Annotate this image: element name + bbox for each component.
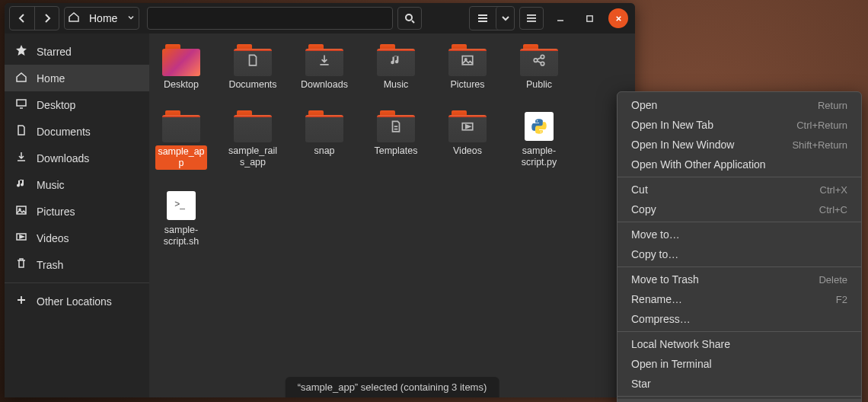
svg-rect-3	[478, 21, 487, 22]
svg-rect-5	[527, 18, 536, 19]
context-menu-item[interactable]: CutCtrl+X	[617, 180, 861, 199]
context-menu-label: Open in Terminal	[631, 358, 712, 370]
context-menu-label: Star	[631, 378, 651, 390]
sidebar-item-label: Starred	[37, 46, 72, 58]
context-menu-item[interactable]: Open in Terminal	[617, 354, 861, 374]
context-menu: OpenReturnOpen In New TabCtrl+ReturnOpen…	[617, 91, 862, 402]
file-label: Documents	[228, 79, 276, 91]
context-menu-shortcut: Shift+Return	[792, 139, 847, 151]
address-bar[interactable]	[147, 7, 393, 30]
desktop-icon	[15, 97, 27, 112]
context-menu-item[interactable]: OpenReturn	[617, 95, 861, 115]
sidebar-item-desktop[interactable]: Desktop	[5, 91, 149, 118]
close-button[interactable]	[608, 8, 628, 28]
file-label: Videos	[453, 145, 482, 157]
context-menu-item[interactable]: Star	[617, 374, 861, 394]
context-menu-shortcut: Ctrl+X	[820, 184, 847, 196]
content-area[interactable]: DesktopDocumentsDownloadsMusicPicturesPu…	[149, 34, 635, 397]
view-dropdown-button[interactable]	[496, 7, 514, 30]
context-menu-item[interactable]: PropertiesCtrl+I	[617, 399, 861, 402]
list-view-button[interactable]	[470, 7, 496, 30]
file-item[interactable]: Music	[370, 44, 422, 91]
sidebar-item-label: Trash	[37, 259, 63, 271]
hamburger-menu-button[interactable]	[519, 7, 544, 30]
sidebar-item-pictures[interactable]: Pictures	[5, 198, 149, 225]
context-menu-item[interactable]: Copy to…	[617, 244, 861, 264]
file-item[interactable]: sample_app	[155, 110, 207, 170]
icon-grid: DesktopDocumentsDownloadsMusicPicturesPu…	[149, 34, 635, 258]
file-item[interactable]: sample_rails_app	[227, 110, 279, 170]
file-label: Music	[384, 79, 409, 91]
context-menu-item[interactable]: Open In New TabCtrl+Return	[617, 115, 861, 135]
file-item[interactable]: Public	[513, 44, 565, 91]
chevron-down-icon[interactable]	[126, 11, 136, 25]
nav-group	[9, 6, 59, 30]
view-toggle	[469, 6, 515, 30]
sidebar-item-documents[interactable]: Documents	[5, 118, 149, 145]
context-menu-shortcut: Ctrl+Return	[796, 120, 847, 131]
trash-icon	[15, 257, 27, 272]
sidebar-item-trash[interactable]: Trash	[5, 251, 149, 278]
file-item[interactable]: Desktop	[155, 44, 207, 91]
star-icon	[15, 44, 27, 59]
sidebar-item-label: Desktop	[37, 99, 75, 111]
music-icon	[389, 53, 403, 70]
path-bar[interactable]: Home	[64, 7, 139, 30]
file-item[interactable]: sample-script.py	[513, 110, 565, 170]
document-icon	[15, 124, 27, 139]
context-menu-shortcut: Delete	[819, 274, 847, 286]
svg-rect-8	[17, 100, 26, 106]
context-menu-item[interactable]: CopyCtrl+C	[617, 199, 861, 219]
sidebar-item-other-locations[interactable]: Other Locations	[5, 288, 149, 314]
svg-point-16	[541, 62, 544, 65]
file-label: Templates	[375, 145, 418, 157]
path-label: Home	[85, 12, 122, 24]
file-item[interactable]: Pictures	[442, 44, 493, 91]
svg-point-15	[534, 59, 538, 62]
video-icon	[461, 120, 474, 136]
sidebar-item-videos[interactable]: Videos	[5, 225, 149, 251]
svg-rect-12	[462, 56, 473, 65]
folder-icon	[162, 44, 200, 76]
sidebar-item-downloads[interactable]: Downloads	[5, 145, 149, 171]
file-item[interactable]: Templates	[370, 110, 422, 170]
context-menu-item[interactable]: Compress…	[617, 309, 861, 329]
context-menu-item[interactable]: Rename…F2	[617, 289, 861, 309]
sidebar-item-starred[interactable]: Starred	[5, 38, 149, 65]
download-icon	[318, 53, 331, 70]
sidebar-item-music[interactable]: Music	[5, 171, 149, 198]
home-icon	[68, 11, 80, 26]
sidebar-item-home[interactable]: Home	[5, 65, 149, 91]
svg-point-0	[406, 14, 412, 21]
sidebar: StarredHomeDesktopDocumentsDownloadsMusi…	[5, 34, 149, 397]
video-icon	[15, 231, 27, 245]
shell-file-icon: >_	[167, 191, 196, 220]
context-menu-item[interactable]: Open In New WindowShift+Return	[617, 135, 861, 155]
file-item[interactable]: >_sample-script.sh	[155, 190, 207, 247]
back-button[interactable]	[10, 7, 34, 30]
context-menu-item[interactable]: Move to TrashDelete	[617, 270, 861, 289]
svg-rect-4	[527, 14, 536, 16]
file-item[interactable]: Documents	[227, 44, 279, 91]
file-manager-window: Home StarredHomeDesktopDocumentsDownload…	[5, 3, 635, 397]
share-icon	[532, 53, 546, 70]
context-menu-item[interactable]: Open With Other Application	[617, 155, 861, 174]
context-menu-label: Cut	[631, 183, 648, 196]
search-button[interactable]	[397, 7, 422, 30]
sidebar-item-label: Home	[37, 72, 65, 85]
svg-text:>_: >_	[174, 199, 185, 209]
svg-rect-7	[586, 15, 592, 21]
context-menu-label: Copy	[631, 203, 656, 215]
context-menu-label: Rename…	[631, 293, 682, 305]
context-menu-item[interactable]: Local Network Share	[617, 334, 861, 354]
titlebar: Home	[5, 3, 635, 34]
context-menu-item[interactable]: Move to…	[617, 225, 861, 244]
file-item[interactable]: Videos	[442, 110, 493, 170]
file-item[interactable]: snap	[298, 110, 350, 170]
file-item[interactable]: Downloads	[298, 44, 350, 91]
minimize-button[interactable]	[550, 8, 570, 28]
forward-button[interactable]	[34, 7, 59, 30]
svg-rect-2	[478, 18, 487, 19]
context-menu-label: Local Network Share	[631, 338, 730, 350]
maximize-button[interactable]	[579, 8, 599, 28]
